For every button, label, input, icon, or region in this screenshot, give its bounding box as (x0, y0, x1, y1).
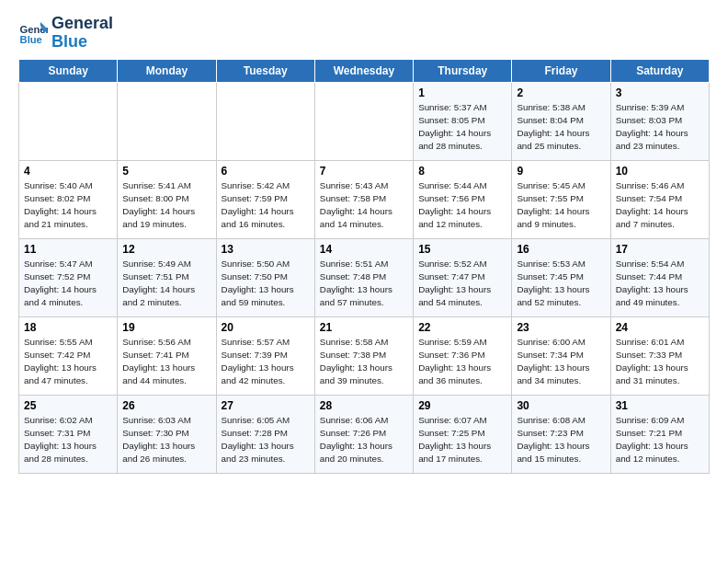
day-info: Sunrise: 5:40 AM Sunset: 8:02 PM Dayligh… (24, 179, 112, 232)
calendar-cell: 8Sunrise: 5:44 AM Sunset: 7:56 PM Daylig… (414, 160, 512, 238)
day-number: 25 (24, 399, 112, 412)
calendar-cell: 15Sunrise: 5:52 AM Sunset: 7:47 PM Dayli… (414, 238, 512, 316)
day-info: Sunrise: 5:52 AM Sunset: 7:47 PM Dayligh… (418, 258, 506, 310)
day-number: 13 (222, 243, 310, 256)
calendar-cell: 29Sunrise: 6:07 AM Sunset: 7:25 PM Dayli… (414, 395, 512, 473)
day-info: Sunrise: 5:47 AM Sunset: 7:52 PM Dayligh… (24, 258, 112, 310)
calendar-cell: 1Sunrise: 5:37 AM Sunset: 8:05 PM Daylig… (414, 82, 512, 160)
day-info: Sunrise: 5:44 AM Sunset: 7:56 PM Dayligh… (418, 179, 506, 232)
logo-icon: General Blue (18, 18, 48, 48)
day-number: 11 (24, 243, 112, 256)
day-number: 2 (517, 86, 605, 99)
calendar-cell: 2Sunrise: 5:38 AM Sunset: 8:04 PM Daylig… (512, 82, 610, 160)
day-info: Sunrise: 5:54 AM Sunset: 7:44 PM Dayligh… (616, 258, 704, 310)
col-header-tuesday: Tuesday (216, 59, 314, 82)
logo-blue-text: Blue (51, 33, 113, 52)
day-info: Sunrise: 5:56 AM Sunset: 7:41 PM Dayligh… (122, 336, 210, 388)
calendar-cell: 19Sunrise: 5:56 AM Sunset: 7:41 PM Dayli… (118, 316, 216, 395)
day-info: Sunrise: 5:57 AM Sunset: 7:39 PM Dayligh… (222, 336, 310, 388)
calendar-cell: 26Sunrise: 6:03 AM Sunset: 7:30 PM Dayli… (118, 395, 216, 473)
day-info: Sunrise: 6:08 AM Sunset: 7:23 PM Dayligh… (517, 414, 605, 466)
day-number: 17 (616, 243, 704, 256)
day-info: Sunrise: 5:55 AM Sunset: 7:42 PM Dayligh… (24, 336, 112, 388)
col-header-sunday: Sunday (19, 59, 118, 82)
day-number: 7 (320, 165, 408, 178)
calendar-cell: 23Sunrise: 6:00 AM Sunset: 7:34 PM Dayli… (512, 316, 610, 395)
calendar-cell: 12Sunrise: 5:49 AM Sunset: 7:51 PM Dayli… (118, 238, 216, 316)
logo-general-text: General (51, 15, 113, 33)
calendar-cell: 22Sunrise: 5:59 AM Sunset: 7:36 PM Dayli… (414, 316, 512, 395)
calendar-week-row: 11Sunrise: 5:47 AM Sunset: 7:52 PM Dayli… (19, 238, 710, 316)
day-info: Sunrise: 5:51 AM Sunset: 7:48 PM Dayligh… (320, 258, 408, 310)
day-number: 30 (517, 399, 605, 412)
calendar-cell (216, 82, 314, 160)
calendar-cell: 11Sunrise: 5:47 AM Sunset: 7:52 PM Dayli… (19, 238, 118, 316)
day-number: 27 (222, 399, 310, 412)
day-number: 20 (222, 321, 310, 334)
day-number: 9 (517, 165, 605, 178)
day-info: Sunrise: 6:00 AM Sunset: 7:34 PM Dayligh… (517, 336, 605, 388)
calendar-cell: 24Sunrise: 6:01 AM Sunset: 7:33 PM Dayli… (610, 316, 709, 395)
day-number: 10 (616, 165, 704, 178)
day-number: 14 (320, 243, 408, 256)
day-info: Sunrise: 5:46 AM Sunset: 7:54 PM Dayligh… (616, 179, 704, 232)
calendar-cell (314, 82, 413, 160)
day-info: Sunrise: 5:37 AM Sunset: 8:05 PM Dayligh… (418, 101, 506, 154)
calendar-cell (19, 82, 118, 160)
calendar-cell: 27Sunrise: 6:05 AM Sunset: 7:28 PM Dayli… (216, 395, 314, 473)
day-info: Sunrise: 5:45 AM Sunset: 7:55 PM Dayligh… (517, 179, 605, 232)
day-info: Sunrise: 6:05 AM Sunset: 7:28 PM Dayligh… (222, 414, 310, 466)
day-number: 28 (320, 399, 408, 412)
day-number: 18 (24, 321, 112, 334)
day-info: Sunrise: 5:41 AM Sunset: 8:00 PM Dayligh… (122, 179, 210, 232)
day-number: 29 (418, 399, 506, 412)
calendar-cell (118, 82, 216, 160)
calendar-cell: 16Sunrise: 5:53 AM Sunset: 7:45 PM Dayli… (512, 238, 610, 316)
calendar-cell: 7Sunrise: 5:43 AM Sunset: 7:58 PM Daylig… (314, 160, 413, 238)
day-number: 31 (616, 399, 704, 412)
day-info: Sunrise: 6:02 AM Sunset: 7:31 PM Dayligh… (24, 414, 112, 466)
day-info: Sunrise: 5:43 AM Sunset: 7:58 PM Dayligh… (320, 179, 408, 232)
calendar-cell: 20Sunrise: 5:57 AM Sunset: 7:39 PM Dayli… (216, 316, 314, 395)
col-header-friday: Friday (512, 59, 610, 82)
day-info: Sunrise: 5:42 AM Sunset: 7:59 PM Dayligh… (222, 179, 310, 232)
page-header: General Blue General Blue (18, 15, 710, 52)
calendar-cell: 25Sunrise: 6:02 AM Sunset: 7:31 PM Dayli… (19, 395, 118, 473)
day-number: 19 (122, 321, 210, 334)
calendar-cell: 28Sunrise: 6:06 AM Sunset: 7:26 PM Dayli… (314, 395, 413, 473)
calendar-week-row: 25Sunrise: 6:02 AM Sunset: 7:31 PM Dayli… (19, 395, 710, 473)
day-number: 15 (418, 243, 506, 256)
day-number: 3 (616, 86, 704, 99)
day-number: 24 (616, 321, 704, 334)
svg-text:Blue: Blue (20, 34, 42, 45)
day-number: 26 (122, 399, 210, 412)
col-header-wednesday: Wednesday (314, 59, 413, 82)
day-info: Sunrise: 5:38 AM Sunset: 8:04 PM Dayligh… (517, 101, 605, 154)
calendar-table: SundayMondayTuesdayWednesdayThursdayFrid… (18, 59, 710, 474)
day-info: Sunrise: 5:53 AM Sunset: 7:45 PM Dayligh… (517, 258, 605, 310)
calendar-cell: 14Sunrise: 5:51 AM Sunset: 7:48 PM Dayli… (314, 238, 413, 316)
day-number: 12 (122, 243, 210, 256)
day-info: Sunrise: 5:50 AM Sunset: 7:50 PM Dayligh… (222, 258, 310, 310)
col-header-thursday: Thursday (414, 59, 512, 82)
day-info: Sunrise: 6:01 AM Sunset: 7:33 PM Dayligh… (616, 336, 704, 388)
day-info: Sunrise: 6:07 AM Sunset: 7:25 PM Dayligh… (418, 414, 506, 466)
day-number: 8 (418, 165, 506, 178)
logo: General Blue General Blue (18, 15, 113, 52)
day-info: Sunrise: 5:49 AM Sunset: 7:51 PM Dayligh… (122, 258, 210, 310)
day-info: Sunrise: 5:39 AM Sunset: 8:03 PM Dayligh… (616, 101, 704, 154)
day-info: Sunrise: 6:06 AM Sunset: 7:26 PM Dayligh… (320, 414, 408, 466)
day-info: Sunrise: 6:03 AM Sunset: 7:30 PM Dayligh… (122, 414, 210, 466)
calendar-header-row: SundayMondayTuesdayWednesdayThursdayFrid… (19, 59, 710, 82)
calendar-cell: 30Sunrise: 6:08 AM Sunset: 7:23 PM Dayli… (512, 395, 610, 473)
calendar-cell: 3Sunrise: 5:39 AM Sunset: 8:03 PM Daylig… (610, 82, 709, 160)
col-header-monday: Monday (118, 59, 216, 82)
day-info: Sunrise: 5:59 AM Sunset: 7:36 PM Dayligh… (418, 336, 506, 388)
day-number: 5 (122, 165, 210, 178)
calendar-week-row: 18Sunrise: 5:55 AM Sunset: 7:42 PM Dayli… (19, 316, 710, 395)
calendar-cell: 13Sunrise: 5:50 AM Sunset: 7:50 PM Dayli… (216, 238, 314, 316)
calendar-week-row: 4Sunrise: 5:40 AM Sunset: 8:02 PM Daylig… (19, 160, 710, 238)
col-header-saturday: Saturday (610, 59, 709, 82)
calendar-cell: 5Sunrise: 5:41 AM Sunset: 8:00 PM Daylig… (118, 160, 216, 238)
day-info: Sunrise: 6:09 AM Sunset: 7:21 PM Dayligh… (616, 414, 704, 466)
